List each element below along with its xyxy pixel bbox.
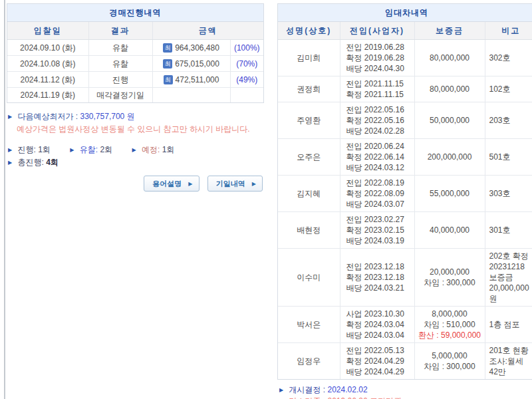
deposit-cell: 8,000,000 차임 : 510,000환산 : 59,000,000: [414, 307, 485, 343]
table-row: 2024.11.19 (화) 매각결정기일: [7, 88, 263, 103]
footer-label: 말소기준 :: [289, 396, 326, 399]
note: 102호: [485, 76, 532, 102]
bid-result: 유찰: [88, 40, 152, 56]
deposit-amount: 80,000,000: [414, 76, 485, 102]
auction-progress-table: 경매진행내역 입찰일 결과 금액 2024.09.10 (화) 유찰 최9: [7, 3, 264, 103]
next-min-price-value: 330,757,700 원: [80, 112, 135, 121]
auction-progress-panel: 경매진행내역 입찰일 결과 금액 2024.09.10 (화) 유찰 최9: [7, 3, 264, 192]
move-in-dates: 전입 2023.02.27 확정 2023.02.15 배당 2024.03.1…: [340, 212, 414, 249]
bullet-icon: ▶: [279, 387, 283, 393]
bid-result: 유찰: [88, 56, 152, 72]
stat-scheduled: ▶ 예정: 1회: [132, 145, 174, 154]
col-header-deposit: 보증금: [414, 22, 485, 40]
footer-label: 개시결정 :: [289, 385, 326, 394]
stat-failed: ▶ 유찰: 2회: [70, 145, 114, 154]
move-in-dates: 전입 2021.11.15 확정 2021.11.15: [340, 76, 414, 102]
tenant-name: 임정우: [278, 343, 340, 380]
table-row: 주영환 전입 2022.05.16 확정 2022.05.16 배당 2024.…: [278, 102, 532, 139]
lease-footer-block: ▶ 개시결정 : 2024.02.02 ▶ 말소기준 : 2019.06.26 …: [277, 384, 532, 399]
next-min-price-label: 다음예상최저가 :: [18, 112, 78, 121]
col-header-amount: 금액: [152, 22, 263, 40]
stat-total-line: ▶ 총진행: 4회: [8, 156, 264, 169]
stat-total-label: 총진행:: [18, 158, 44, 167]
tenant-name: 배현정: [278, 212, 340, 249]
stat-label: 예정:: [142, 145, 160, 154]
bid-date: 2024.11.12 (화): [7, 72, 88, 88]
bid-amount-cell: 최964,306,480: [152, 40, 230, 56]
bullet-icon: ▶: [8, 160, 12, 166]
col-header-tenant-name: 성명(상호): [278, 22, 340, 40]
table-row: 2024.09.10 (화) 유찰 최964,306,480 (100%): [7, 40, 263, 56]
next-min-price-line: ▶ 다음예상최저가 : 330,757,700 원: [8, 110, 264, 123]
schedule-history-button[interactable]: 기일내역▶: [207, 176, 263, 192]
stat-progress: ▶ 진행: 1회: [8, 145, 53, 154]
start-decision-line: ▶ 개시결정 : 2024.02.02: [279, 384, 532, 396]
table-row: 2024.10.08 (화) 유찰 최675,015,000 (70%): [7, 56, 263, 72]
bullet-icon: ▶: [70, 147, 74, 153]
bid-amount-cell: [152, 88, 230, 103]
tenant-name: 김미희: [278, 40, 340, 76]
note: 501호: [485, 139, 532, 176]
table-row: 배현정 전입 2023.02.27 확정 2023.02.15 배당 2024.…: [278, 212, 532, 249]
table-row: 오주은 전입 2020.06.24 확정 2022.06.14 배당 2024.…: [278, 139, 532, 176]
deposit-amount: 8,000,000 차임 : 510,000: [424, 309, 475, 329]
bid-amount-cell: 최472,511,000: [152, 72, 230, 88]
bid-percent: (49%): [230, 72, 263, 88]
bid-amount: 675,015,000: [175, 59, 219, 69]
note: 201호 현황조사:월세 42만: [485, 343, 532, 380]
col-header-result: 결과: [88, 22, 152, 40]
col-header-move-in: 전입(사업자): [340, 22, 414, 40]
auction-panel-title: 경매진행내역: [7, 4, 263, 22]
table-row: 권정희 전입 2021.11.15 확정 2021.11.15 80,000,0…: [278, 76, 532, 102]
deposit-amount: 40,000,000: [414, 212, 485, 249]
button-row: 용어설명▶ 기일내역▶: [8, 176, 264, 192]
table-row: 임정우 전입 2022.05.13 확정 2024.04.29 배당 2024.…: [278, 343, 532, 380]
bid-amount-cell: 최675,015,000: [152, 56, 230, 72]
deposit-amount: 200,000,000: [414, 139, 485, 176]
auction-stats-line: ▶ 진행: 1회 ▶ 유찰: 2회 ▶ 예정: 1회: [8, 144, 264, 156]
auction-detail-page: 경매진행내역 입찰일 결과 금액 2024.09.10 (화) 유찰 최9: [0, 0, 532, 399]
tenant-name: 김지혜: [278, 176, 340, 212]
stat-label: 유찰:: [80, 145, 98, 154]
deposit-amount: 20,000,000 차임 : 300,000: [414, 249, 485, 307]
move-in-dates: 사업 2023.10.30 확정 2024.03.04 배당 2024.03.0…: [340, 307, 414, 343]
footer-value: 2019.06.26 근저당권: [328, 396, 402, 399]
tenant-name: 권정희: [278, 76, 340, 102]
bid-percent: (100%): [230, 40, 263, 56]
tenant-name: 오주은: [278, 139, 340, 176]
move-in-dates: 전입 2022.08.19 확정 2022.08.09 배당 2024.03.0…: [340, 176, 414, 212]
auction-header-row: 입찰일 결과 금액: [7, 22, 263, 40]
page-left-border: [4, 0, 5, 399]
price-notice-text: 예상가격은 법원사정상 변동될 수 있으니 참고만 하시기 바랍니다.: [8, 123, 264, 136]
lease-table: 임대차내역 성명(상호) 전입(사업자) 보증금 비고 김미희 전입 2019.…: [277, 3, 532, 380]
table-row: 2024.11.12 (화) 진행 최472,511,000 (49%): [7, 72, 263, 88]
glossary-button[interactable]: 용어설명▶: [144, 176, 199, 192]
bid-percent: [230, 88, 263, 103]
move-in-dates: 전입 2022.05.13 확정 2024.04.29 배당 2024.04.2…: [340, 343, 414, 380]
note: 1층 점포: [485, 307, 532, 343]
move-in-dates: 전입 2019.06.28 확정 2019.06.28 배당 2024.04.3…: [340, 40, 414, 76]
note: 202호 확정 20231218 보증금 20,000,000원: [485, 249, 532, 307]
footer-value: 2024.02.02: [328, 385, 368, 394]
table-row: 김미희 전입 2019.06.28 확정 2019.06.28 배당 2024.…: [278, 40, 532, 76]
note: 302호: [485, 40, 532, 76]
stat-value: 1회: [38, 145, 51, 154]
arrow-right-icon: ▶: [188, 181, 192, 187]
stat-value: 2회: [100, 145, 112, 154]
tenant-name: 주영환: [278, 102, 340, 139]
tenant-name: 이수미: [278, 249, 340, 307]
bullet-icon: ▶: [132, 147, 136, 153]
bid-amount: 472,511,000: [176, 74, 219, 85]
extinction-base-line: ▶ 말소기준 : 2019.06.26 근저당권: [279, 396, 532, 399]
min-price-badge-icon: 최: [164, 75, 173, 84]
deposit-amount: 55,000,000: [414, 176, 485, 212]
tenant-name: 박서은: [278, 307, 340, 343]
lease-header-row: 성명(상호) 전입(사업자) 보증금 비고: [278, 22, 532, 40]
bid-percent: (70%): [230, 56, 263, 72]
table-row: 김지혜 전입 2022.08.19 확정 2022.08.09 배당 2024.…: [278, 176, 532, 212]
bullet-icon: ▶: [8, 147, 12, 153]
col-header-note: 비고: [485, 22, 532, 40]
move-in-dates: 전입 2020.06.24 확정 2022.06.14 배당 2024.03.1…: [340, 139, 414, 176]
lease-panel: 임대차내역 성명(상호) 전입(사업자) 보증금 비고 김미희 전입 2019.…: [277, 3, 532, 399]
auction-info-block: ▶ 다음예상최저가 : 330,757,700 원 예상가격은 법원사정상 변동…: [7, 110, 264, 192]
